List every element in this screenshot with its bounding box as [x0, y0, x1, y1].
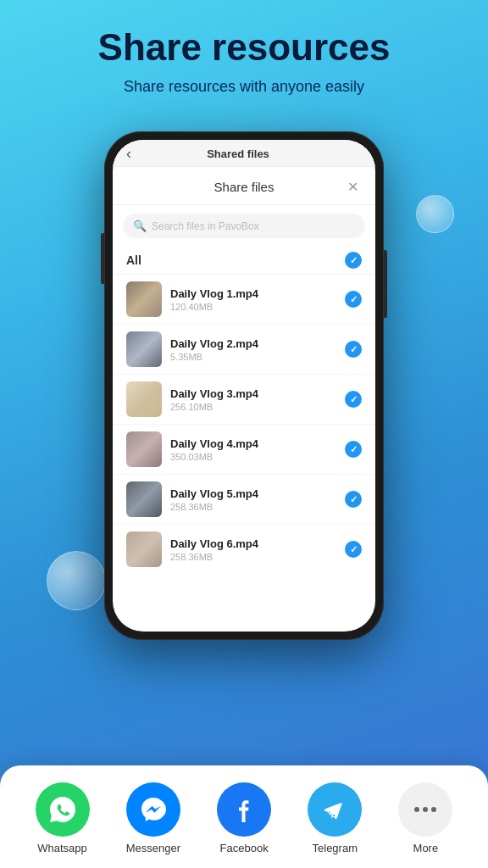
file-check-icon[interactable] — [345, 391, 362, 408]
file-thumbnail — [126, 531, 162, 567]
file-item[interactable]: Daily Vlog 5.mp4 258.36MB — [113, 474, 375, 524]
file-size: 256.10MB — [170, 402, 345, 412]
search-bar[interactable]: 🔍 Search files in PavoBox — [123, 214, 365, 238]
sub-title: Share resources with anyone easily — [24, 78, 464, 96]
file-name: Daily Vlog 2.mp4 — [170, 337, 345, 350]
app-label-telegram: Telegram — [313, 842, 358, 854]
file-size: 258.36MB — [170, 552, 345, 562]
file-thumbnail — [126, 481, 162, 517]
file-thumbnail — [126, 381, 162, 417]
more-dots-icon — [414, 807, 436, 812]
file-name: Daily Vlog 3.mp4 — [170, 387, 345, 400]
file-item[interactable]: Daily Vlog 1.mp4 120.40MB — [113, 274, 375, 324]
bubble-decoration-2 — [47, 551, 106, 610]
file-check-icon[interactable] — [345, 441, 362, 458]
file-thumbnail — [126, 281, 162, 317]
thumb-image — [126, 331, 162, 367]
share-app-more[interactable]: More — [398, 782, 452, 854]
share-app-telegram[interactable]: Telegram — [308, 782, 362, 854]
file-item[interactable]: Daily Vlog 3.mp4 256.10MB — [113, 374, 375, 424]
app-label-messenger: Messenger — [126, 842, 180, 854]
telegram-icon — [319, 794, 350, 825]
file-info: Daily Vlog 6.mp4 258.36MB — [170, 537, 345, 562]
back-button[interactable]: ‹ — [126, 145, 131, 163]
file-info: Daily Vlog 2.mp4 5.35MB — [170, 337, 345, 362]
file-list: Daily Vlog 1.mp4 120.40MB Daily Vlog 2.m… — [113, 274, 375, 632]
file-name: Daily Vlog 5.mp4 — [170, 487, 345, 500]
share-app-whatsapp[interactable]: Whatsapp — [36, 782, 90, 854]
file-check-icon[interactable] — [345, 541, 362, 558]
thumb-image — [126, 431, 162, 467]
bubble-decoration-3 — [416, 195, 454, 233]
modal-header: Share files ✕ — [113, 167, 375, 205]
all-label: All — [126, 253, 141, 267]
file-thumbnail — [126, 431, 162, 467]
file-size: 120.40MB — [170, 302, 345, 312]
status-bar: ‹ Shared files — [113, 140, 375, 167]
messenger-icon — [138, 794, 169, 825]
app-icon-facebook[interactable] — [217, 782, 271, 837]
phone-screen: ‹ Shared files Share files ✕ 🔍 Search fi… — [113, 140, 375, 632]
whatsapp-icon — [47, 794, 78, 825]
file-info: Daily Vlog 5.mp4 258.36MB — [170, 487, 345, 512]
thumb-image — [126, 281, 162, 317]
phone-outer: ‹ Shared files Share files ✕ 🔍 Search fi… — [104, 131, 384, 640]
close-button[interactable]: ✕ — [343, 177, 362, 196]
all-row[interactable]: All — [113, 247, 375, 274]
share-apps-row: Whatsapp Messenger Facebook Telegram Mor… — [17, 782, 471, 854]
app-icon-more[interactable] — [398, 782, 452, 837]
app-icon-messenger[interactable] — [126, 782, 180, 837]
app-label-whatsapp: Whatsapp — [37, 842, 87, 854]
screen-title: Shared files — [207, 147, 269, 160]
modal-title: Share files — [145, 180, 343, 194]
share-bottom-bar: Whatsapp Messenger Facebook Telegram Mor… — [0, 765, 488, 868]
file-name: Daily Vlog 1.mp4 — [170, 287, 345, 300]
file-info: Daily Vlog 1.mp4 120.40MB — [170, 287, 345, 312]
app-label-facebook: Facebook — [220, 842, 269, 854]
file-name: Daily Vlog 4.mp4 — [170, 437, 345, 450]
all-check-icon[interactable] — [345, 252, 362, 269]
file-size: 5.35MB — [170, 352, 345, 362]
thumb-image — [126, 531, 162, 567]
file-size: 258.36MB — [170, 502, 345, 512]
file-info: Daily Vlog 3.mp4 256.10MB — [170, 387, 345, 412]
file-item[interactable]: Daily Vlog 4.mp4 350.03MB — [113, 424, 375, 474]
file-name: Daily Vlog 6.mp4 — [170, 537, 345, 550]
thumb-image — [126, 481, 162, 517]
file-check-icon[interactable] — [345, 341, 362, 358]
main-title: Share resources — [24, 27, 464, 68]
file-item[interactable]: Daily Vlog 6.mp4 258.36MB — [113, 524, 375, 574]
file-check-icon[interactable] — [345, 491, 362, 508]
facebook-icon — [229, 794, 259, 825]
share-app-facebook[interactable]: Facebook — [217, 782, 271, 854]
file-info: Daily Vlog 4.mp4 350.03MB — [170, 437, 345, 462]
app-icon-telegram[interactable] — [308, 782, 362, 837]
file-size: 350.03MB — [170, 452, 345, 462]
thumb-image — [126, 381, 162, 417]
phone-mockup: ‹ Shared files Share files ✕ 🔍 Search fi… — [104, 131, 384, 640]
app-label-more: More — [413, 842, 439, 854]
file-thumbnail — [126, 331, 162, 367]
app-icon-whatsapp[interactable] — [36, 782, 90, 837]
search-icon: 🔍 — [133, 220, 147, 232]
file-item[interactable]: Daily Vlog 2.mp4 5.35MB — [113, 324, 375, 374]
header-section: Share resources Share resources with any… — [0, 0, 488, 109]
search-placeholder-text: Search files in PavoBox — [152, 220, 259, 232]
share-app-messenger[interactable]: Messenger — [126, 782, 180, 854]
file-check-icon[interactable] — [345, 291, 362, 308]
